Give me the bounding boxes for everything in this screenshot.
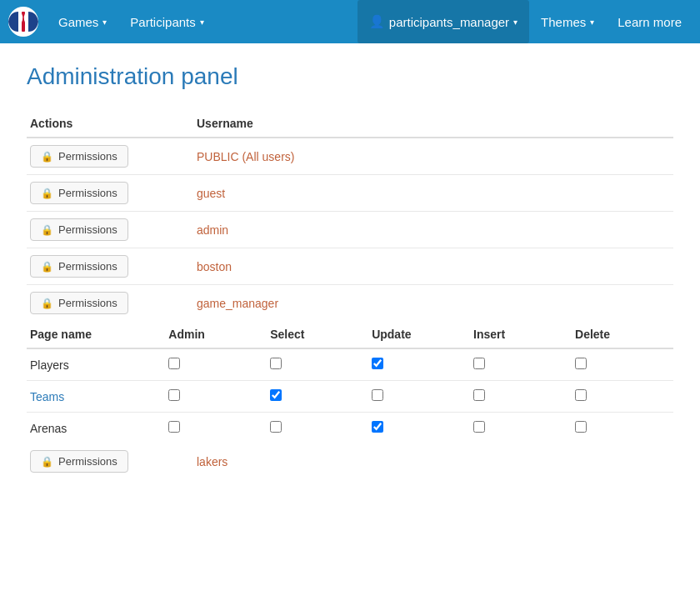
checkbox-teams-delete[interactable] bbox=[575, 389, 587, 401]
checkbox-arenas-update[interactable] bbox=[372, 421, 383, 433]
nba-logo bbox=[7, 5, 40, 38]
lock-icon: 🔒 bbox=[41, 224, 53, 236]
perm-row: Players bbox=[27, 348, 673, 381]
checkbox-arenas-delete[interactable] bbox=[575, 421, 587, 433]
col-page-name: Page name bbox=[27, 321, 165, 348]
table-row: 🔒Permissionsguest bbox=[27, 175, 673, 212]
table-row: 🔒Permissionsadmin bbox=[27, 212, 673, 248]
nav-themes[interactable]: Themes ▾ bbox=[529, 0, 606, 43]
navbar: Games ▾ Participants ▾ 👤 participants_ma… bbox=[0, 0, 700, 43]
themes-caret-icon: ▾ bbox=[590, 18, 594, 27]
checkbox-players-update[interactable] bbox=[372, 358, 383, 369]
checkbox-arenas-insert[interactable] bbox=[473, 421, 485, 433]
col-delete: Delete bbox=[572, 321, 673, 348]
lock-icon: 🔒 bbox=[41, 456, 53, 468]
lock-icon: 🔒 bbox=[41, 261, 53, 273]
page-name-players: Players bbox=[30, 358, 69, 372]
users-table: Actions Username 🔒PermissionsPUBLIC (All… bbox=[27, 110, 673, 321]
user-caret-icon: ▾ bbox=[513, 18, 518, 27]
username-1[interactable]: guest bbox=[197, 187, 225, 200]
username-3[interactable]: boston bbox=[197, 260, 232, 273]
checkbox-players-delete[interactable] bbox=[575, 358, 587, 369]
nav-user[interactable]: 👤 participants_manager ▾ bbox=[358, 0, 529, 43]
page-name-arenas: Arenas bbox=[30, 422, 67, 435]
username-0[interactable]: PUBLIC (All users) bbox=[197, 150, 294, 163]
checkbox-players-insert[interactable] bbox=[473, 358, 485, 369]
permissions-button-guest[interactable]: 🔒Permissions bbox=[30, 182, 128, 204]
table-row: 🔒PermissionsPUBLIC (All users) bbox=[27, 138, 673, 175]
col-update: Update bbox=[368, 321, 470, 348]
permissions-button-lakers[interactable]: 🔒 Permissions bbox=[30, 450, 128, 473]
user-icon: 👤 bbox=[369, 14, 385, 29]
page-title: Administration panel bbox=[27, 63, 673, 90]
checkbox-teams-select[interactable] bbox=[270, 389, 282, 401]
col-actions: Actions bbox=[27, 110, 193, 138]
col-username: Username bbox=[193, 110, 673, 138]
col-insert: Insert bbox=[470, 321, 572, 348]
lock-icon: 🔒 bbox=[41, 298, 53, 309]
checkbox-players-select[interactable] bbox=[270, 358, 282, 369]
games-caret-icon: ▾ bbox=[102, 18, 107, 27]
col-admin: Admin bbox=[165, 321, 267, 348]
checkbox-teams-admin[interactable] bbox=[168, 389, 180, 401]
table-row: 🔒Permissionsboston bbox=[27, 248, 673, 285]
participants-caret-icon: ▾ bbox=[200, 18, 204, 27]
nav-items: Games ▾ Participants ▾ 👤 participants_ma… bbox=[47, 0, 693, 43]
lock-icon: 🔒 bbox=[41, 151, 53, 163]
table-row: 🔒 Permissions lakers bbox=[27, 443, 673, 479]
username-2[interactable]: admin bbox=[197, 223, 228, 237]
username-lakers[interactable]: lakers bbox=[197, 455, 228, 468]
table-row: 🔒Permissionsgame_manager bbox=[27, 285, 673, 322]
lock-icon: 🔒 bbox=[41, 188, 53, 199]
bottom-users-table: 🔒 Permissions lakers bbox=[27, 443, 673, 479]
username-4[interactable]: game_manager bbox=[197, 297, 278, 310]
permissions-button-boston[interactable]: 🔒Permissions bbox=[30, 255, 128, 278]
main-content: Administration panel Actions Username 🔒P… bbox=[0, 43, 700, 499]
nav-learn-more[interactable]: Learn more bbox=[606, 0, 693, 43]
checkbox-arenas-admin[interactable] bbox=[168, 421, 180, 433]
col-select: Select bbox=[267, 321, 368, 348]
nav-participants[interactable]: Participants ▾ bbox=[118, 0, 215, 43]
perm-row: Teams bbox=[27, 381, 673, 413]
checkbox-players-admin[interactable] bbox=[168, 358, 180, 369]
perm-row: Arenas bbox=[27, 413, 673, 444]
permissions-button-admin[interactable]: 🔒Permissions bbox=[30, 218, 128, 241]
nav-games[interactable]: Games ▾ bbox=[47, 0, 118, 43]
permissions-detail-table: Page name Admin Select Update Insert Del… bbox=[27, 321, 673, 443]
checkbox-teams-insert[interactable] bbox=[473, 389, 485, 401]
permissions-button-game_manager[interactable]: 🔒Permissions bbox=[30, 292, 128, 314]
checkbox-arenas-select[interactable] bbox=[270, 421, 282, 433]
permissions-button-public(allusers)[interactable]: 🔒Permissions bbox=[30, 145, 128, 168]
checkbox-teams-update[interactable] bbox=[372, 389, 383, 401]
page-name-teams[interactable]: Teams bbox=[30, 390, 64, 403]
